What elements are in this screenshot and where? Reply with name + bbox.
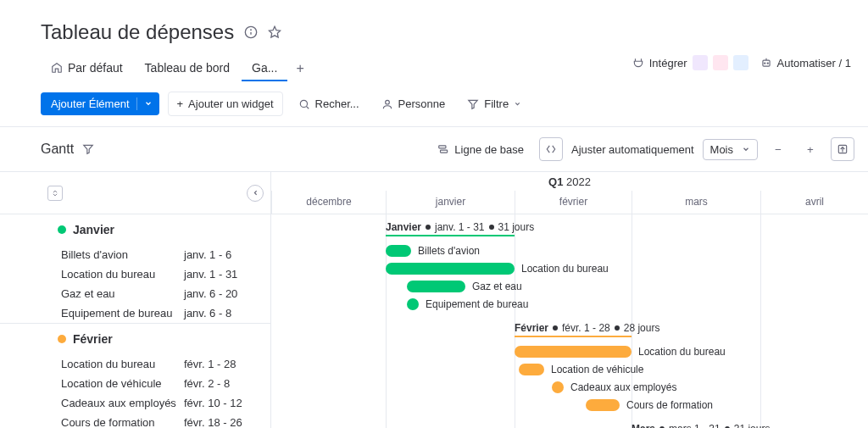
chevron-down-icon bbox=[742, 145, 750, 153]
gantt-bar[interactable] bbox=[519, 364, 544, 375]
summary-dates: janv. 1 - 31 bbox=[435, 221, 484, 233]
task-row[interactable]: Location de véhiculefévr. 2 - 8 bbox=[0, 374, 270, 393]
summary-name: Janvier bbox=[386, 221, 421, 233]
summary-underline bbox=[386, 235, 515, 236]
zoom-select[interactable]: Mois bbox=[703, 139, 758, 160]
gantt-bar[interactable] bbox=[407, 298, 419, 310]
gantt-summary-row: Février févr. 1 - 28 28 jours bbox=[271, 315, 868, 344]
group-title[interactable]: Février bbox=[0, 324, 270, 354]
add-element-button[interactable]: Ajouter Élément bbox=[41, 92, 159, 115]
add-widget-button[interactable]: + Ajouter un widget bbox=[168, 92, 283, 116]
group: JanvierBillets d'avionjanv. 1 - 6Locatio… bbox=[0, 214, 270, 324]
dot-icon bbox=[553, 325, 558, 331]
tab-default[interactable]: Par défaut bbox=[41, 56, 133, 81]
summary-name: Mars bbox=[632, 423, 655, 428]
group-summary[interactable]: Février févr. 1 - 28 28 jours bbox=[515, 320, 659, 336]
task-row[interactable]: Location du bureaufévr. 1 - 28 bbox=[0, 354, 270, 374]
task-date: févr. 18 - 26 bbox=[184, 416, 242, 428]
page-title: Tableau de dépenses bbox=[41, 20, 234, 44]
autofit-icon bbox=[545, 143, 557, 155]
autofit-button[interactable] bbox=[539, 137, 563, 161]
task-row[interactable]: Cours de formationfévr. 18 - 26 bbox=[0, 413, 270, 428]
export-button[interactable] bbox=[831, 137, 854, 161]
tab-label: Ga... bbox=[252, 61, 277, 75]
gantt-bar-label: Location du bureau bbox=[638, 346, 726, 358]
svg-point-2 bbox=[251, 30, 252, 31]
group-name: Février bbox=[73, 332, 113, 346]
autofit-label: Ajuster automatiquement bbox=[571, 143, 694, 156]
gantt-bar[interactable] bbox=[586, 399, 620, 411]
task-name: Location du bureau bbox=[61, 358, 184, 370]
baseline-icon bbox=[437, 143, 449, 155]
task-row[interactable]: Location du bureaujanv. 1 - 31 bbox=[0, 264, 270, 284]
robot-icon bbox=[760, 57, 772, 69]
zoom-in-button[interactable]: + bbox=[798, 137, 822, 161]
gantt-bar-label: Cadeaux aux employés bbox=[570, 381, 676, 393]
svg-rect-13 bbox=[439, 146, 446, 148]
integrate-label: Intégrer bbox=[649, 57, 687, 69]
collapse-pane-button[interactable] bbox=[247, 185, 264, 202]
summary-underline bbox=[515, 336, 632, 337]
gantt-title: Gantt bbox=[41, 142, 74, 157]
gantt-summary-row: Janvier janv. 1 - 31 31 jours bbox=[271, 214, 868, 243]
plus-icon: + bbox=[177, 97, 184, 110]
filter-button[interactable]: Filtre bbox=[460, 92, 528, 115]
dot-icon bbox=[489, 225, 494, 230]
info-icon[interactable] bbox=[244, 25, 258, 39]
search-button[interactable]: Recher... bbox=[292, 92, 366, 115]
task-row[interactable]: Equipement de bureaujanv. 6 - 8 bbox=[0, 303, 270, 323]
filter-icon[interactable] bbox=[82, 143, 94, 155]
task-row[interactable]: Billets d'avionjanv. 1 - 6 bbox=[0, 245, 270, 264]
gantt-bar[interactable] bbox=[386, 263, 515, 275]
month-header: mars bbox=[632, 191, 760, 214]
baseline-label: Ligne de base bbox=[454, 143, 524, 156]
task-date: janv. 6 - 20 bbox=[184, 287, 237, 300]
svg-line-9 bbox=[306, 106, 309, 108]
group-title[interactable]: Janvier bbox=[0, 214, 270, 245]
tab-label: Tableau de bord bbox=[145, 61, 230, 75]
zoom-out-button[interactable]: − bbox=[766, 137, 790, 161]
tab-dashboard[interactable]: Tableau de bord bbox=[135, 56, 240, 81]
task-name: Gaz et eau bbox=[61, 287, 184, 300]
add-tab-button[interactable]: + bbox=[289, 58, 310, 80]
month-header: février bbox=[515, 191, 632, 214]
gantt-bar[interactable] bbox=[407, 281, 465, 292]
star-icon[interactable] bbox=[268, 25, 281, 39]
baseline-button[interactable]: Ligne de base bbox=[431, 138, 531, 161]
summary-dates: févr. 1 - 28 bbox=[562, 322, 610, 334]
group-summary[interactable]: Janvier janv. 1 - 31 31 jours bbox=[386, 220, 534, 235]
person-button[interactable]: Personne bbox=[375, 92, 453, 115]
gantt-bar-row: Gaz et eau bbox=[271, 279, 868, 297]
home-icon bbox=[51, 62, 63, 74]
task-date: janv. 1 - 31 bbox=[184, 268, 237, 281]
group-summary[interactable]: Mars mars 1 - 31 31 jours bbox=[632, 421, 770, 428]
group-color-dot bbox=[58, 335, 66, 343]
task-date: févr. 10 - 12 bbox=[184, 397, 242, 409]
chevron-down-icon bbox=[136, 97, 153, 110]
task-row[interactable]: Gaz et eaujanv. 6 - 20 bbox=[0, 284, 270, 303]
svg-marker-12 bbox=[84, 145, 93, 153]
add-element-label: Ajouter Élément bbox=[51, 97, 130, 110]
gantt-bar-label: Location de véhicule bbox=[551, 364, 643, 375]
filter-label: Filtre bbox=[484, 97, 509, 110]
svg-point-8 bbox=[300, 100, 307, 107]
gantt-bar[interactable] bbox=[386, 245, 411, 257]
tab-gantt[interactable]: Ga... bbox=[242, 56, 287, 81]
gantt-bar-row: Cadeaux aux employés bbox=[271, 380, 868, 397]
month-header: avril bbox=[760, 191, 868, 214]
collapse-all-button[interactable] bbox=[47, 186, 63, 201]
task-row[interactable]: Cadeaux aux employésfévr. 10 - 12 bbox=[0, 393, 270, 413]
task-date: févr. 2 - 8 bbox=[184, 377, 230, 390]
automate-button[interactable]: Automatiser / 1 bbox=[760, 57, 851, 69]
gantt-bar[interactable] bbox=[515, 346, 632, 358]
svg-marker-11 bbox=[469, 100, 478, 108]
summary-duration: 28 jours bbox=[624, 322, 660, 334]
gantt-bar-label: Cours de formation bbox=[626, 399, 713, 411]
summary-duration: 31 jours bbox=[734, 423, 771, 428]
task-name: Location du bureau bbox=[61, 268, 184, 281]
gantt-bar[interactable] bbox=[552, 381, 564, 393]
month-header: décembre bbox=[271, 191, 386, 214]
integrate-button[interactable]: Intégrer bbox=[632, 55, 748, 70]
app-icon bbox=[713, 55, 728, 70]
gantt-bar-label: Billets d'avion bbox=[418, 245, 480, 257]
